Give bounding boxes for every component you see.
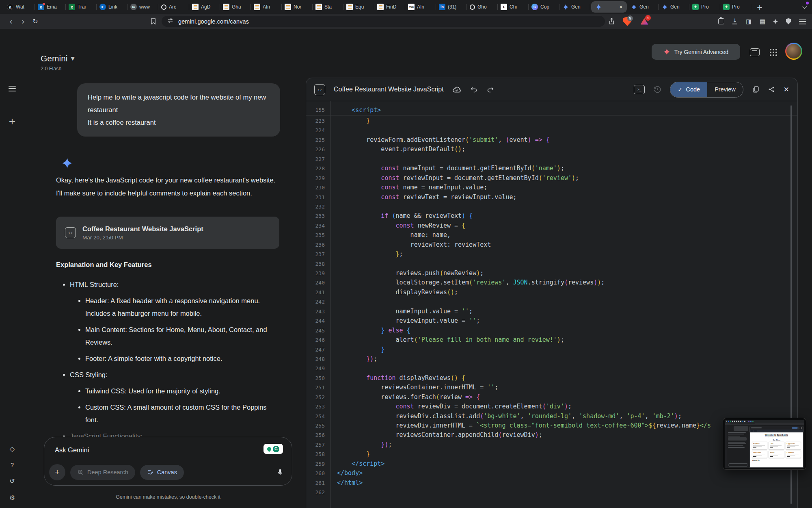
line-number: 246 [306, 335, 330, 345]
gemini-favicon [562, 4, 569, 10]
gemini-sidebar-rail: + ◇ ? ↺ ⚙ [0, 29, 24, 508]
browser-tab[interactable]: inwww [127, 0, 158, 14]
add-attachment-button[interactable]: + [49, 464, 65, 480]
tune-icon[interactable] [167, 17, 173, 25]
browser-tab[interactable]: VCCAfri [405, 0, 436, 14]
back-button[interactable]: ‹ [6, 14, 16, 29]
downloads-icon[interactable]: ↓ [730, 14, 740, 29]
tab-code[interactable]: ✓ Code [670, 82, 707, 97]
main-menu-icon[interactable] [0, 86, 24, 91]
brave-rewards-icon[interactable]: 1 [639, 14, 650, 29]
canvas-button[interactable]: Canvas [140, 465, 184, 480]
new-chat-icon[interactable]: + [0, 116, 24, 126]
settings-gear-icon[interactable]: ⚙ [0, 494, 24, 501]
canvas-title[interactable]: Coffee Restaurant Website JavaScript [334, 86, 444, 93]
try-gemini-advanced-button[interactable]: Try Gemini Advanced [652, 44, 740, 60]
document-favicon [285, 4, 291, 10]
browser-tab[interactable]: Arc [158, 0, 189, 14]
line-number: 242 [306, 297, 330, 306]
undo-icon[interactable] [470, 86, 478, 93]
user-message-line: It is a coffee restaurant [88, 116, 270, 129]
reload-button[interactable]: ↻ [30, 14, 41, 29]
version-history-icon[interactable] [653, 85, 661, 93]
browser-menu-icon[interactable] [797, 14, 808, 29]
browser-tab[interactable]: Gen [659, 0, 689, 14]
tab-label: Link [108, 4, 125, 10]
code-line: 251 reviewsContainer.innerHTML = ''; [306, 383, 797, 392]
browser-tab[interactable]: in(31) [436, 0, 467, 14]
browser-tab[interactable]: ▶Link [97, 0, 127, 14]
browser-tab[interactable]: Gha [220, 0, 251, 14]
new-tab-button[interactable]: + [754, 1, 766, 13]
profile-avatar[interactable] [785, 43, 802, 60]
code-line: 225 reviewForm.addEventListener('submit'… [306, 135, 797, 145]
tab-search-chevron-icon[interactable] [803, 5, 807, 9]
tab-list: aWatoEmaxTrai▶LinkinwwwArcAgDGhaAfriNorS… [4, 0, 751, 14]
vpn-icon[interactable] [784, 14, 793, 29]
browser-tab[interactable]: Gen [559, 0, 590, 14]
google-apps-icon[interactable] [770, 49, 777, 56]
share-nodes-icon[interactable] [768, 86, 775, 93]
artifact-card[interactable]: ‹› Coffee Restaurant Website JavaScript … [56, 217, 279, 249]
pip-menu-card: Mocha [769, 451, 784, 458]
close-canvas-icon[interactable]: ✕ [784, 85, 789, 93]
redo-icon[interactable] [486, 86, 494, 93]
line-number: 238 [306, 259, 330, 269]
browser-tab[interactable]: FinD [374, 0, 405, 14]
deep-research-button[interactable]: Deep Research [70, 465, 135, 480]
document-favicon [254, 4, 260, 10]
line-number: 228 [306, 164, 330, 173]
line-number: 235 [306, 230, 330, 240]
tab-close-icon[interactable]: ✕ [619, 4, 623, 10]
archive-icon[interactable] [750, 48, 760, 56]
browser-tab[interactable]: Sta [313, 0, 343, 14]
document-favicon [315, 4, 322, 10]
canvas-header: ‹› Coffee Restaurant Website JavaScript … [306, 78, 797, 101]
forward-button[interactable]: › [18, 14, 28, 29]
tab-preview[interactable]: Preview [707, 82, 743, 97]
browser-tab[interactable]: AgD [189, 0, 220, 14]
address-bar[interactable]: gemini.google.com/canvas [162, 16, 605, 27]
tab-label: Wat [16, 4, 32, 10]
active-browser-tab[interactable]: ✕ [591, 1, 627, 13]
video-favicon: ▶ [99, 4, 106, 10]
tab-label: Chi [510, 4, 526, 10]
mic-icon[interactable] [276, 468, 284, 477]
prompt-input[interactable]: Ask Gemini G + Deep Research Canvas [44, 437, 292, 486]
brave-shield-icon[interactable]: 5 [622, 14, 633, 29]
browser-tab[interactable]: aWat [4, 0, 35, 14]
sidebar-icon[interactable]: ◨ [744, 14, 754, 29]
leo-ai-icon[interactable] [771, 14, 780, 29]
history-icon[interactable]: ↺ [0, 477, 24, 485]
browser-tab[interactable]: T.Chi [498, 0, 529, 14]
sticky-code-line: 155 <script> [306, 105, 797, 115]
help-icon[interactable]: ? [0, 461, 24, 468]
grammarly-badge[interactable]: G [263, 444, 283, 454]
code-line: 223 } [306, 116, 797, 126]
artifact-timestamp: Mar 20, 2:50 PM [82, 234, 203, 241]
excel-favicon: x [69, 4, 75, 10]
browser-tab[interactable]: Gen [628, 0, 659, 14]
gem-icon[interactable]: ◇ [0, 445, 24, 453]
browser-tab[interactable]: xTrai [66, 0, 97, 14]
browser-tab[interactable]: Gho [467, 0, 498, 14]
share-icon[interactable] [607, 14, 616, 29]
browser-tab[interactable]: Equ [343, 0, 374, 14]
browser-tab[interactable]: +Pro [720, 0, 751, 14]
extensions-icon[interactable] [716, 14, 726, 29]
browser-tab[interactable]: +Pro [689, 0, 720, 14]
code-line: 253 const reviewDiv = document.createEle… [306, 402, 797, 411]
code-line: 245 } else { [306, 326, 797, 335]
pip-preview-window[interactable]: Welcome to Bean Scene Your perfect spot … [723, 418, 806, 470]
browser-tab[interactable]: Nor [282, 0, 313, 14]
console-icon[interactable]: >_ [634, 85, 645, 94]
wallet-icon[interactable]: ▤ [758, 14, 767, 29]
bookmark-icon[interactable] [149, 14, 158, 29]
rewards-badge: 1 [645, 15, 651, 21]
browser-tab[interactable]: oEma [35, 0, 66, 14]
document-favicon [223, 4, 229, 10]
browser-tab[interactable]: Afri [251, 0, 282, 14]
browser-tab[interactable]: CCop [529, 0, 559, 14]
copy-icon[interactable] [752, 85, 759, 93]
line-number: 255 [306, 421, 330, 430]
